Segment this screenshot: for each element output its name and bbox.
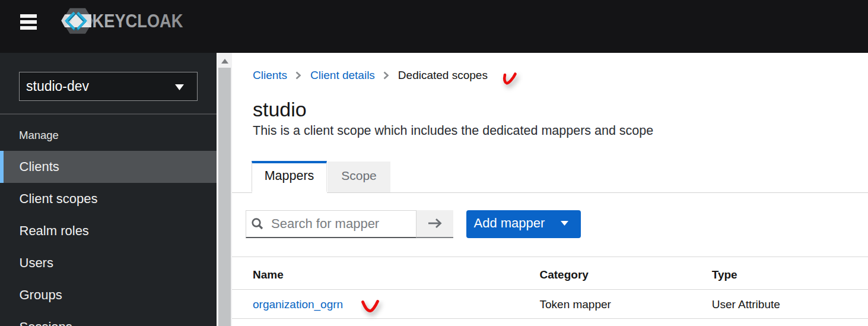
svg-text:KEYCLOAK: KEYCLOAK	[93, 11, 184, 31]
